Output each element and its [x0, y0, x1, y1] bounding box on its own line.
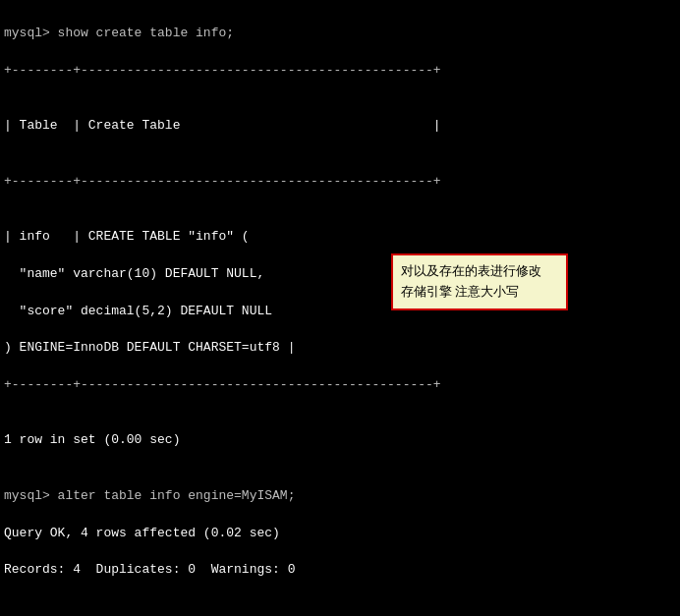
terminal: mysql> show create table info; +--------…	[0, 0, 680, 616]
annotation-line2: 存储引擎 注意大小写	[401, 284, 519, 299]
line-11: ) ENGINE=InnoDB DEFAULT CHARSET=utf8 |	[4, 339, 676, 358]
line-10: "score" decimal(5,2) DEFAULT NULL	[4, 303, 676, 321]
line-6: +--------+------------------------------…	[4, 173, 676, 192]
annotation-box: 对以及存在的表进行修改 存储引擎 注意大小写	[391, 253, 568, 310]
line-18: Records: 4 Duplicates: 0 Warnings: 0	[4, 561, 676, 580]
line-14: 1 row in set (0.00 sec)	[4, 431, 676, 450]
annotation-line1: 对以及存在的表进行修改	[401, 263, 541, 278]
line-4: | Table | Create Table |	[4, 117, 676, 136]
line-12: +--------+------------------------------…	[4, 376, 676, 395]
line-16: mysql> alter table info engine=MyISAM;	[4, 487, 676, 506]
line-2: +--------+------------------------------…	[4, 62, 676, 81]
line-8: | info | CREATE TABLE "info" (	[4, 228, 676, 247]
line-9: "name" varchar(10) DEFAULT NULL,	[4, 265, 676, 284]
line-1: mysql> show create table info;	[4, 25, 676, 43]
line-17: Query OK, 4 rows affected (0.02 sec)	[4, 525, 676, 543]
